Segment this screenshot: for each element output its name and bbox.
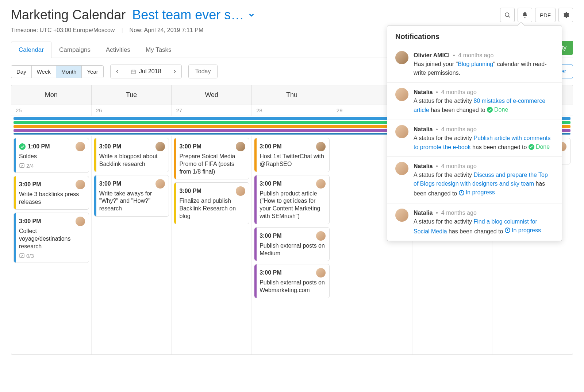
avatar: [316, 268, 326, 277]
chevron-left-icon: [115, 69, 119, 74]
activity-time: 3:00 PM: [179, 188, 201, 194]
settings-button[interactable]: [558, 8, 573, 22]
done-check-icon: [19, 143, 26, 150]
activity-time: 3:00 PM: [19, 181, 41, 188]
notification-item[interactable]: Natalia • 4 months agoA status for the a…: [387, 120, 562, 157]
search-button[interactable]: [500, 8, 515, 22]
activity-card[interactable]: 3:00 PMCollect voyage/destinations resea…: [14, 213, 89, 263]
avatar: [395, 209, 408, 222]
notification-item[interactable]: Natalia • 4 months agoA status for the a…: [387, 203, 562, 241]
avatar: [395, 125, 408, 138]
notification-author: Natalia: [414, 89, 433, 95]
avatar: [316, 231, 326, 241]
date-cell[interactable]: 26: [92, 105, 172, 116]
activity-card[interactable]: 3:00 PMPublish external posts on Medium: [254, 227, 330, 261]
notification-text: Has joined your ": [414, 61, 458, 67]
activity-time: 3:00 PM: [99, 143, 121, 150]
activity-time: 3:00 PM: [260, 181, 281, 187]
notification-text: has been changed to: [447, 228, 505, 234]
task-progress: 0/3: [19, 253, 85, 259]
tab-my-tasks[interactable]: My Tasks: [138, 42, 179, 58]
team-dropdown[interactable]: Best team ever s…: [132, 7, 256, 23]
today-button[interactable]: Today: [188, 65, 218, 78]
activity-card[interactable]: 3:00 PMWrite a blogpost about Backlink r…: [94, 138, 169, 172]
activity-card[interactable]: 3:00 PMWrite 3 backlinks press releases: [14, 176, 89, 210]
activity-card[interactable]: 3:00 PMPrepare Soical Media Promo of FIF…: [174, 138, 249, 179]
activity-time: 3:00 PM: [179, 143, 201, 150]
activity-time: 3:00 PM: [260, 143, 281, 150]
activity-card[interactable]: 3:00 PMFinalize and publish Backlink Res…: [174, 182, 249, 224]
avatar: [155, 179, 165, 189]
range-month[interactable]: Month: [56, 66, 82, 78]
svg-line-1: [508, 16, 510, 17]
notification-text: has been changed to: [471, 144, 529, 150]
range-day[interactable]: Day: [11, 66, 32, 78]
notification-time: • 4 months ago: [433, 163, 476, 169]
notifications-button[interactable]: [518, 8, 532, 22]
activity-time: 1:00 PM: [19, 143, 50, 150]
activity-title: Publish external posts on Medium: [260, 242, 326, 257]
activity-time: 3:00 PM: [260, 233, 281, 239]
notification-item[interactable]: Natalia • 4 months agoA status for the a…: [387, 157, 562, 203]
notification-time: • 4 months ago: [450, 52, 493, 58]
svg-rect-2: [131, 70, 135, 74]
activity-title: Prepare Soical Media Promo of FIFA (post…: [179, 153, 245, 175]
notifications-panel: Notifications Olivier AMICI • 4 months a…: [387, 26, 562, 241]
day-header: Tue: [92, 85, 172, 105]
date-cell[interactable]: 25: [11, 105, 92, 116]
notification-author: Natalia: [414, 210, 433, 216]
separator: |: [121, 27, 123, 34]
notification-author: Natalia: [414, 163, 433, 169]
notification-item[interactable]: Natalia • 4 months agoA status for the a…: [387, 83, 562, 120]
pdf-button[interactable]: PDF: [535, 8, 556, 22]
day-header: Wed: [172, 85, 252, 105]
activity-card[interactable]: 1:00 PMSoldes 2/4: [14, 138, 89, 173]
period-label: Jul 2018: [139, 68, 161, 75]
next-period-button[interactable]: [168, 65, 182, 78]
notification-item[interactable]: Olivier AMICI • 4 months agoHas joined y…: [387, 46, 562, 83]
chevron-down-icon: [247, 11, 256, 19]
activity-title: Host 1st TwitterChat with @RaphSEO: [260, 153, 326, 168]
activity-title: Write a blogpost about Backlink research: [99, 153, 165, 168]
activity-card[interactable]: 3:00 PMPublish external posts on Webmark…: [254, 264, 330, 298]
day-header: Mon: [11, 85, 92, 105]
search-icon: [504, 12, 511, 18]
tab-activities[interactable]: Activities: [98, 42, 138, 58]
activity-title: Finalize and publish Backlink Research o…: [179, 197, 245, 220]
avatar: [316, 142, 326, 151]
notification-link[interactable]: Blog planning: [458, 61, 493, 67]
activity-title: Collect voyage/destinations research: [19, 228, 85, 250]
range-week[interactable]: Week: [32, 66, 56, 78]
range-segmented-control: DayWeekMonthYear: [11, 65, 104, 78]
svg-rect-7: [20, 254, 24, 258]
bell-icon: [522, 12, 528, 18]
activity-title: Write take aways for "Why?" and "How?" r…: [99, 190, 165, 213]
activity-title: Publish external posts on Webmarketing.c…: [260, 279, 326, 294]
avatar: [236, 186, 245, 196]
activity-card[interactable]: 3:00 PMPublish product article ("How to …: [254, 175, 330, 224]
avatar: [76, 217, 85, 226]
notification-text: A status for the activity: [414, 135, 474, 141]
notification-author: Olivier AMICI: [414, 52, 450, 58]
day-header: Thu: [252, 85, 332, 105]
notification-text: has been changed to: [429, 107, 487, 113]
team-name: Best team ever s…: [132, 7, 244, 23]
avatar: [395, 162, 408, 175]
date-cell[interactable]: 28: [252, 105, 332, 116]
tab-campaigns[interactable]: Campaigns: [51, 42, 98, 58]
range-year[interactable]: Year: [82, 66, 103, 78]
activity-time: 3:00 PM: [99, 181, 121, 187]
activity-title: Publish product article ("How to get ide…: [260, 190, 326, 220]
tab-calendar[interactable]: Calendar: [11, 42, 51, 58]
activity-card[interactable]: 3:00 PMWrite take aways for "Why?" and "…: [94, 175, 169, 217]
activity-card[interactable]: 3:00 PMHost 1st TwitterChat with @RaphSE…: [254, 138, 330, 172]
task-progress: 2/4: [19, 163, 85, 169]
gear-icon: [562, 11, 569, 19]
svg-rect-6: [20, 164, 24, 168]
calendar-column: 3:00 PMWrite a blogpost about Backlink r…: [92, 136, 172, 354]
avatar: [316, 179, 326, 189]
prev-period-button[interactable]: [110, 65, 124, 78]
date-cell[interactable]: 27: [172, 105, 252, 116]
period-display[interactable]: Jul 2018: [124, 65, 168, 78]
calendar-column: 3:00 PMHost 1st TwitterChat with @RaphSE…: [252, 136, 332, 354]
